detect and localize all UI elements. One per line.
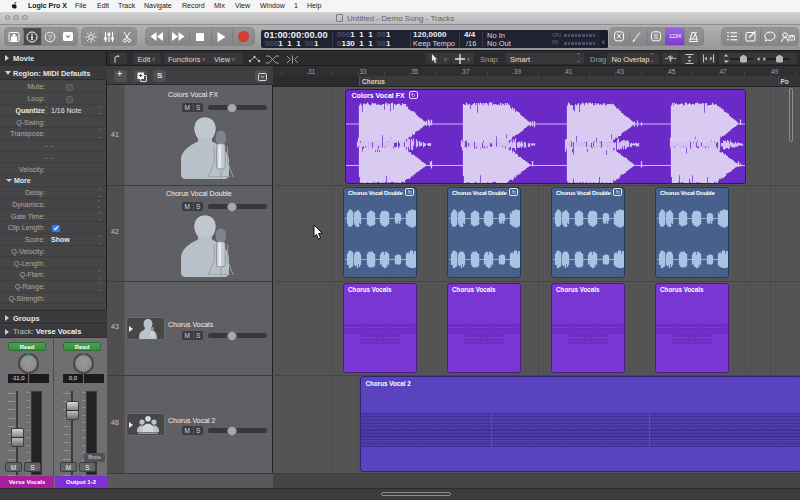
svg-text:S: S bbox=[653, 33, 658, 40]
svg-text:?: ? bbox=[48, 33, 52, 40]
